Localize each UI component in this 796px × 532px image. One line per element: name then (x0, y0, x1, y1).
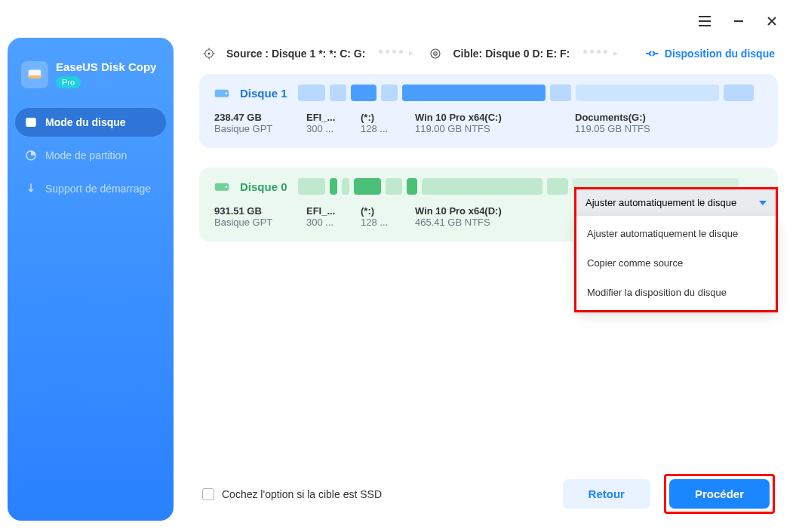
pie-icon (24, 149, 38, 162)
disk-scheme: Basique GPT (214, 123, 297, 134)
layout-dropdown: Ajuster automatiquement le disque Ajuste… (574, 187, 778, 312)
source-bars (298, 85, 763, 101)
close-icon[interactable] (766, 15, 778, 27)
ssd-label: Cochez l'option si la cible est SSD (222, 488, 382, 500)
nav-boot-support[interactable]: Support de démarrage (15, 174, 166, 203)
disk-mode-icon (24, 115, 38, 129)
dropdown-selected[interactable]: Ajuster automatiquement le disque (576, 189, 776, 216)
hdd-icon (214, 180, 229, 192)
nav-label: Support de démarrage (45, 183, 151, 195)
source-disk-title: Disque 1 (240, 87, 287, 100)
dots-icon[interactable] (379, 50, 415, 57)
disk-layout-link[interactable]: Disposition du disque (645, 48, 775, 60)
dots-icon[interactable] (583, 50, 619, 57)
svg-rect-2 (26, 118, 36, 127)
pro-badge: Pro (56, 76, 81, 88)
app-title: EaseUS Disk Copy (56, 60, 156, 73)
nav: Mode du disque Mode de partition Support… (15, 108, 166, 203)
dropdown-option-copy[interactable]: Copier comme source (576, 248, 776, 278)
svg-point-10 (226, 93, 228, 95)
brand: EaseUS Disk Copy Pro (15, 60, 166, 105)
dropdown-option-edit[interactable]: Modifier la disposition du disque (576, 278, 776, 307)
svg-rect-1 (29, 75, 41, 78)
top-row: Source : Disque 1 *: *: C: G: Cible: Dis… (199, 36, 778, 74)
target-label: Cible: Disque 0 D: E: F: (453, 48, 570, 60)
target-disk-title: Disque 0 (240, 180, 287, 193)
nav-label: Mode de partition (45, 149, 127, 161)
disk-size: 931.51 GB (214, 205, 297, 217)
minimize-icon[interactable] (733, 15, 745, 27)
disk-size: 238.47 GB (214, 112, 297, 123)
footer: Cochez l'option si la cible est SSD Reto… (199, 460, 778, 532)
checkbox-icon (202, 488, 214, 500)
nav-partition-mode[interactable]: Mode de partition (15, 141, 166, 170)
dropdown-option-auto[interactable]: Ajuster automatiquement le disque (576, 219, 776, 248)
svg-point-5 (208, 53, 211, 55)
menu-icon[interactable] (698, 16, 711, 26)
main: Source : Disque 1 *: *: C: G: Cible: Dis… (181, 0, 796, 532)
proceed-button[interactable]: Procéder (669, 479, 770, 509)
proceed-highlight: Procéder (664, 474, 775, 514)
nav-label: Mode du disque (45, 116, 126, 128)
dropdown-menu: Ajuster automatiquement le disque Copier… (576, 216, 776, 310)
target-icon (429, 47, 442, 60)
sidebar: EaseUS Disk Copy Pro Mode du disque Mode… (8, 38, 174, 521)
window-controls (199, 6, 778, 36)
layout-icon (645, 48, 659, 59)
hdd-icon (214, 87, 229, 99)
svg-point-8 (435, 53, 437, 54)
back-button[interactable]: Retour (563, 479, 650, 509)
source-label: Source : Disque 1 *: *: C: G: (226, 48, 365, 60)
caret-down-icon (759, 201, 767, 205)
svg-point-12 (226, 186, 228, 189)
usb-icon (24, 182, 38, 195)
app-logo-icon (21, 61, 48, 88)
nav-disk-mode[interactable]: Mode du disque (15, 108, 166, 137)
disk-scheme: Basique GPT (214, 217, 297, 228)
source-disk-card: Disque 1 238.47 GBBasique GPT EFI_...300… (199, 74, 778, 148)
source-icon (202, 47, 216, 60)
ssd-checkbox[interactable]: Cochez l'option si la cible est SSD (202, 488, 382, 500)
